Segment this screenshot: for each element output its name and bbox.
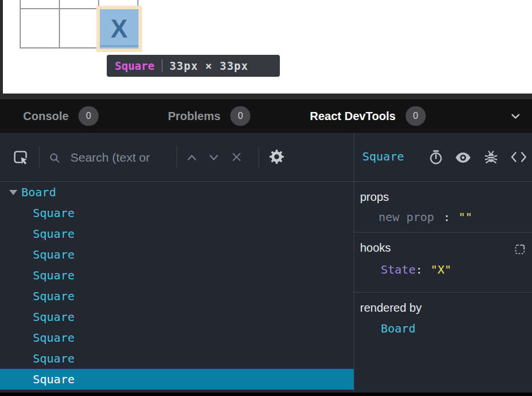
react-devtools-panel: Square BoardSquareSquareSquareSquareSqua… xyxy=(0,133,532,393)
inspect-highlight-padding: X xyxy=(96,6,142,52)
hook-colon: : xyxy=(415,263,422,277)
component-inspector: props new prop : "" hooks State : "X" xyxy=(354,182,532,393)
hooks-section: hooks State : "X" xyxy=(354,233,532,293)
component-name: Square xyxy=(33,206,74,220)
props-header: props xyxy=(354,182,532,204)
log-bug-icon[interactable] xyxy=(484,150,499,165)
suspend-timer-icon[interactable] xyxy=(428,150,444,165)
rendered-by-header: rendered by xyxy=(354,293,532,315)
tree-row-square[interactable]: Square xyxy=(0,369,354,390)
component-name: Square xyxy=(33,372,74,386)
tab-count-badge: 0 xyxy=(406,106,426,126)
component-name: Square xyxy=(33,248,74,261)
toolbar-separator xyxy=(39,147,40,167)
browser-page: X Square 33px × 33px xyxy=(0,0,532,94)
board-cell[interactable] xyxy=(21,9,59,47)
hooks-header: hooks xyxy=(354,233,532,255)
settings-gear-icon[interactable] xyxy=(269,149,284,165)
previous-result-button[interactable] xyxy=(186,153,198,162)
tree-row-square[interactable]: Square xyxy=(0,203,354,223)
component-name: Square xyxy=(33,227,74,241)
component-name: Square xyxy=(33,310,74,324)
tab-react-devtools[interactable]: React DevTools0 xyxy=(310,99,426,133)
tree-row-square[interactable]: Square xyxy=(0,265,354,286)
component-name: Square xyxy=(33,268,74,282)
tab-bar: Console0Problems0React DevTools0 xyxy=(0,99,532,133)
search-input[interactable] xyxy=(69,147,174,169)
collapse-panel-chevron-icon[interactable] xyxy=(509,110,522,123)
tree-row-square[interactable]: Square xyxy=(0,307,354,327)
props-section: props new prop : "" xyxy=(354,182,532,233)
tab-label: Console xyxy=(23,110,69,123)
toolbar-separator xyxy=(258,147,259,167)
inspect-dom-eye-icon[interactable] xyxy=(455,151,471,165)
tree-row-square[interactable]: Square xyxy=(0,286,354,307)
rendered-by-section: rendered by Board xyxy=(354,293,532,392)
board-cell[interactable] xyxy=(21,0,59,8)
inspected-square-cell[interactable]: X xyxy=(100,9,138,48)
bottom-edge xyxy=(0,393,532,396)
tab-label: React DevTools xyxy=(310,110,396,123)
tab-problems[interactable]: Problems0 xyxy=(168,99,250,133)
tab-count-badge: 0 xyxy=(230,106,250,126)
element-picker-button[interactable] xyxy=(13,149,29,165)
component-tree: BoardSquareSquareSquareSquareSquareSquar… xyxy=(0,182,354,393)
component-name: Square xyxy=(33,352,74,365)
selected-component-title: Square xyxy=(362,150,404,163)
tab-label: Problems xyxy=(168,110,220,123)
tree-row-square[interactable]: Square xyxy=(0,223,354,244)
tooltip-component-name: Square xyxy=(115,59,155,72)
hook-state-value[interactable]: "X" xyxy=(430,263,451,277)
new-prop-input[interactable]: new prop xyxy=(379,210,434,224)
devtools-top-edge xyxy=(0,94,532,99)
tree-row-board[interactable]: Board xyxy=(0,182,354,203)
rendered-by-board-link[interactable]: Board xyxy=(354,322,415,335)
component-name: Square xyxy=(33,331,74,345)
clear-search-button[interactable] xyxy=(231,151,242,163)
toolbar-separator xyxy=(177,147,177,167)
board-cell[interactable] xyxy=(60,9,98,47)
tooltip-divider xyxy=(162,59,163,72)
expand-arrow-icon[interactable] xyxy=(9,190,17,195)
tree-row-square[interactable]: Square xyxy=(0,348,354,369)
hook-state-label: State xyxy=(381,263,415,277)
next-result-button[interactable] xyxy=(208,153,220,162)
search-icon xyxy=(48,152,61,164)
prop-colon: : xyxy=(443,210,450,224)
board-cell[interactable] xyxy=(60,0,98,8)
tab-count-badge: 0 xyxy=(78,106,99,126)
new-prop-value-input[interactable]: "" xyxy=(458,210,472,224)
window-edge xyxy=(0,0,3,94)
tooltip-dimensions: 33px × 33px xyxy=(170,59,249,72)
tab-console[interactable]: Console0 xyxy=(23,99,99,133)
tree-row-square[interactable]: Square xyxy=(0,327,354,348)
component-name: Square xyxy=(33,289,74,303)
component-name: Board xyxy=(21,185,56,199)
view-source-icon[interactable] xyxy=(510,151,527,163)
parse-hook-names-icon[interactable] xyxy=(514,243,526,256)
tree-row-square[interactable]: Square xyxy=(0,244,354,265)
inspect-tooltip: Square 33px × 33px xyxy=(107,55,280,77)
